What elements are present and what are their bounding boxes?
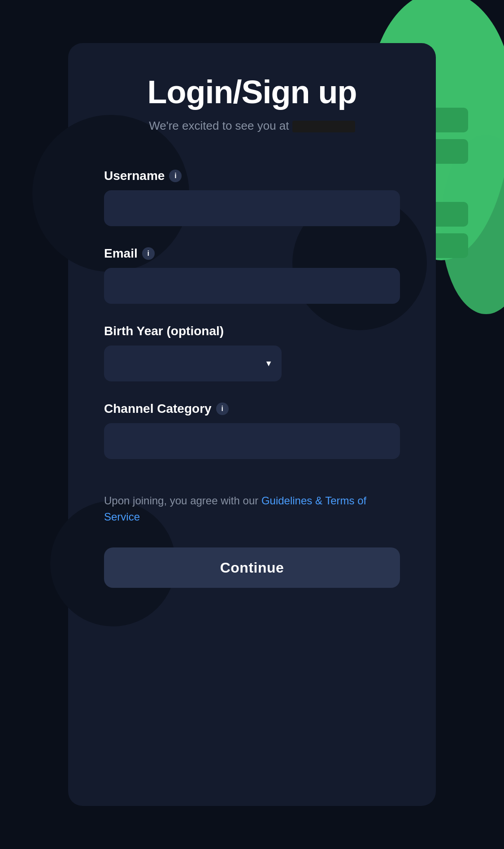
birth-year-group: Birth Year (optional) 2010 2005 2000 199…: [104, 324, 400, 381]
channel-category-group: Channel Category i: [104, 402, 400, 459]
username-group: Username i: [104, 169, 400, 226]
birth-year-select-wrapper: 2010 2005 2000 1995 1990 1985 1980 ▼: [104, 346, 282, 381]
subtitle-prefix: We're excited to see you at: [149, 119, 289, 132]
card-content: Login/Sign up We're excited to see you a…: [104, 74, 400, 588]
birth-year-select[interactable]: 2010 2005 2000 1995 1990 1985 1980: [104, 346, 282, 381]
page-title: Login/Sign up: [104, 74, 400, 110]
channel-category-info-icon[interactable]: i: [216, 403, 229, 415]
page-subtitle: We're excited to see you at: [104, 119, 400, 133]
birth-year-label: Birth Year (optional): [104, 324, 400, 338]
terms-prefix: Upon joining, you agree with our: [104, 495, 258, 507]
subtitle-redacted: [292, 121, 355, 132]
page-wrapper: Login/Sign up We're excited to see you a…: [0, 0, 504, 849]
email-input[interactable]: [104, 268, 400, 304]
channel-category-label: Channel Category i: [104, 402, 400, 416]
terms-text: Upon joining, you agree with our Guideli…: [104, 493, 400, 525]
continue-button[interactable]: Continue: [104, 547, 400, 588]
username-info-icon[interactable]: i: [169, 170, 182, 182]
main-card: Login/Sign up We're excited to see you a…: [68, 43, 436, 806]
username-label: Username i: [104, 169, 400, 183]
email-label: Email i: [104, 246, 400, 261]
username-input[interactable]: [104, 190, 400, 226]
channel-category-input[interactable]: [104, 423, 400, 459]
email-group: Email i: [104, 246, 400, 304]
email-info-icon[interactable]: i: [142, 247, 155, 260]
